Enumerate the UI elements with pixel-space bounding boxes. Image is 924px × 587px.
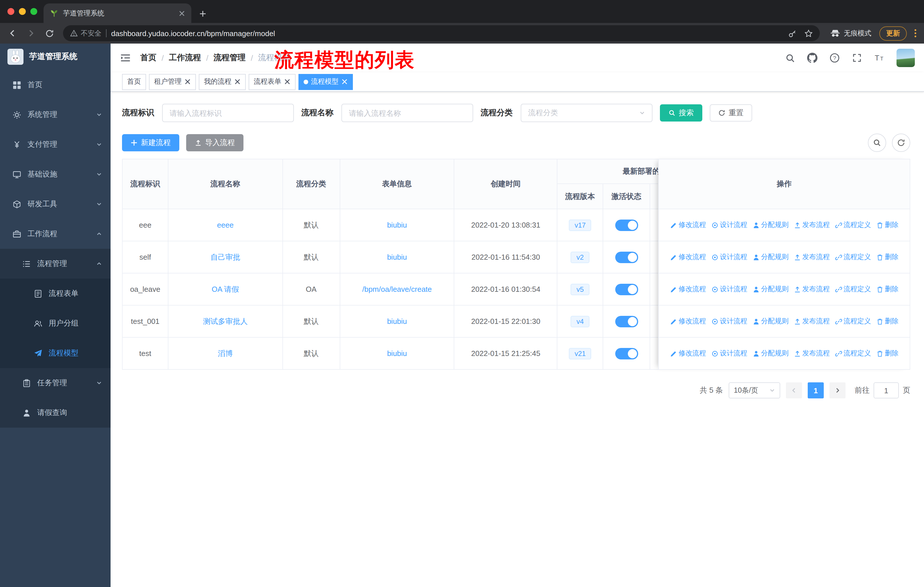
active-toggle[interactable] — [615, 316, 638, 327]
next-page-button[interactable] — [830, 382, 845, 398]
row-action-design[interactable]: 设计流程 — [711, 284, 747, 294]
process-name-link[interactable]: 测试多审批人 — [203, 316, 248, 326]
sidebar-item-home[interactable]: 首页 — [0, 70, 111, 100]
page-number-button[interactable]: 1 — [808, 382, 824, 398]
security-chip[interactable]: 不安全 — [70, 28, 101, 38]
refresh-table-button[interactable] — [892, 134, 910, 152]
process-name-link[interactable]: 自己审批 — [211, 252, 240, 262]
row-action-edit[interactable]: 修改流程 — [670, 252, 706, 262]
row-action-design[interactable]: 设计流程 — [711, 349, 747, 358]
logo-row[interactable]: 芋道管理系统 — [0, 43, 111, 70]
active-toggle[interactable] — [615, 348, 638, 359]
category-select[interactable]: 流程分类 — [521, 104, 652, 122]
reset-button[interactable]: 重置 — [710, 104, 752, 122]
row-action-definition[interactable]: 流程定义 — [835, 252, 871, 262]
form-link[interactable]: biubiu — [387, 253, 407, 261]
help-icon[interactable]: ? — [830, 53, 840, 63]
breadcrumb-item[interactable]: 工作流程 — [169, 53, 201, 63]
fullscreen-icon[interactable] — [852, 53, 862, 63]
row-action-design[interactable]: 设计流程 — [711, 220, 747, 230]
browser-menu-icon[interactable] — [914, 29, 917, 38]
sidebar-item-payment[interactable]: 支付管理 — [0, 129, 111, 159]
row-action-publish[interactable]: 发布流程 — [794, 349, 830, 358]
sidebar-item-process-form[interactable]: 流程表单 — [0, 279, 111, 308]
row-action-definition[interactable]: 流程定义 — [835, 349, 871, 358]
forward-button[interactable] — [24, 26, 38, 40]
row-action-publish[interactable]: 发布流程 — [794, 252, 830, 262]
active-toggle[interactable] — [615, 283, 638, 295]
tag-4[interactable]: 流程模型 — [299, 74, 353, 90]
goto-page-input[interactable] — [874, 382, 899, 398]
tag-close-icon[interactable] — [342, 79, 348, 85]
form-link[interactable]: /bpm/oa/leave/create — [362, 285, 432, 293]
row-action-definition[interactable]: 流程定义 — [835, 220, 871, 230]
row-action-edit[interactable]: 修改流程 — [670, 316, 706, 326]
filter-input[interactable] — [342, 104, 473, 122]
row-action-publish[interactable]: 发布流程 — [794, 284, 830, 294]
process-name-link[interactable]: eeee — [217, 221, 234, 229]
font-size-icon[interactable]: TT — [874, 53, 884, 63]
row-action-definition[interactable]: 流程定义 — [835, 284, 871, 294]
process-name-link[interactable]: 滔博 — [218, 348, 233, 359]
row-action-edit[interactable]: 修改流程 — [670, 349, 706, 358]
address-bar[interactable]: 不安全 dashboard.yudao.iocoder.cn/bpm/manag… — [63, 25, 820, 41]
bookmark-star-icon[interactable] — [803, 28, 814, 39]
breadcrumb-item[interactable]: 首页 — [140, 53, 157, 63]
password-key-icon[interactable] — [787, 28, 798, 39]
form-link[interactable]: biubiu — [387, 221, 407, 229]
minimize-window-button[interactable] — [19, 8, 26, 15]
form-link[interactable]: biubiu — [387, 349, 407, 358]
zoom-window-button[interactable] — [30, 8, 37, 15]
form-link[interactable]: biubiu — [387, 317, 407, 326]
row-action-design[interactable]: 设计流程 — [711, 316, 747, 326]
row-action-publish[interactable]: 发布流程 — [794, 220, 830, 230]
close-window-button[interactable] — [7, 8, 14, 15]
row-action-delete[interactable]: 删除 — [876, 284, 899, 294]
new-tab-button[interactable] — [198, 9, 207, 18]
row-action-delete[interactable]: 删除 — [876, 220, 899, 230]
row-action-edit[interactable]: 修改流程 — [670, 220, 706, 230]
active-toggle[interactable] — [615, 219, 638, 231]
row-action-assign[interactable]: 分配规则 — [752, 284, 789, 294]
row-action-assign[interactable]: 分配规则 — [752, 316, 789, 326]
reload-button[interactable] — [42, 26, 56, 40]
sidebar-item-process-management[interactable]: 流程管理 — [0, 249, 111, 279]
search-button[interactable]: 搜索 — [660, 104, 702, 122]
tag-3[interactable]: 流程表单 — [249, 74, 295, 90]
browser-tab[interactable]: 芋道管理系统 — [43, 3, 191, 23]
row-action-publish[interactable]: 发布流程 — [794, 316, 830, 326]
sidebar-item-infrastructure[interactable]: 基础设施 — [0, 159, 111, 189]
row-action-assign[interactable]: 分配规则 — [752, 349, 789, 358]
search-icon[interactable] — [785, 53, 795, 63]
tag-close-icon[interactable] — [185, 79, 191, 85]
row-action-delete[interactable]: 删除 — [876, 349, 899, 358]
toggle-search-button[interactable] — [868, 134, 886, 152]
tag-close-icon[interactable] — [234, 79, 241, 85]
row-action-definition[interactable]: 流程定义 — [835, 316, 871, 326]
breadcrumb-item[interactable]: 流程管理 — [214, 53, 246, 63]
sidebar-item-leave-query[interactable]: 请假查询 — [0, 398, 111, 428]
github-icon[interactable] — [807, 53, 817, 63]
prev-page-button[interactable] — [786, 382, 802, 398]
create-process-button[interactable]: 新建流程 — [122, 134, 179, 151]
active-toggle[interactable] — [615, 251, 638, 263]
sidebar-item-workflow[interactable]: 工作流程 — [0, 219, 111, 249]
tag-0[interactable]: 首页 — [122, 74, 146, 90]
sidebar-item-task-management[interactable]: 任务管理 — [0, 368, 111, 398]
sidebar-item-user-group[interactable]: 用户分组 — [0, 308, 111, 338]
tag-close-icon[interactable] — [284, 79, 290, 85]
back-button[interactable] — [6, 26, 20, 40]
sidebar-item-devtools[interactable]: 研发工具 — [0, 189, 111, 219]
filter-input[interactable] — [162, 104, 294, 122]
tag-2[interactable]: 我的流程 — [199, 74, 246, 90]
process-name-link[interactable]: OA 请假 — [212, 284, 239, 294]
sidebar-item-process-model[interactable]: 流程模型 — [0, 338, 111, 368]
import-process-button[interactable]: 导入流程 — [186, 134, 243, 151]
row-action-design[interactable]: 设计流程 — [711, 252, 747, 262]
row-action-delete[interactable]: 删除 — [876, 252, 899, 262]
row-action-assign[interactable]: 分配规则 — [752, 220, 789, 230]
row-action-edit[interactable]: 修改流程 — [670, 284, 706, 294]
sidebar-collapse-icon[interactable] — [120, 52, 131, 64]
row-action-assign[interactable]: 分配规则 — [752, 252, 789, 262]
avatar[interactable] — [896, 49, 915, 67]
